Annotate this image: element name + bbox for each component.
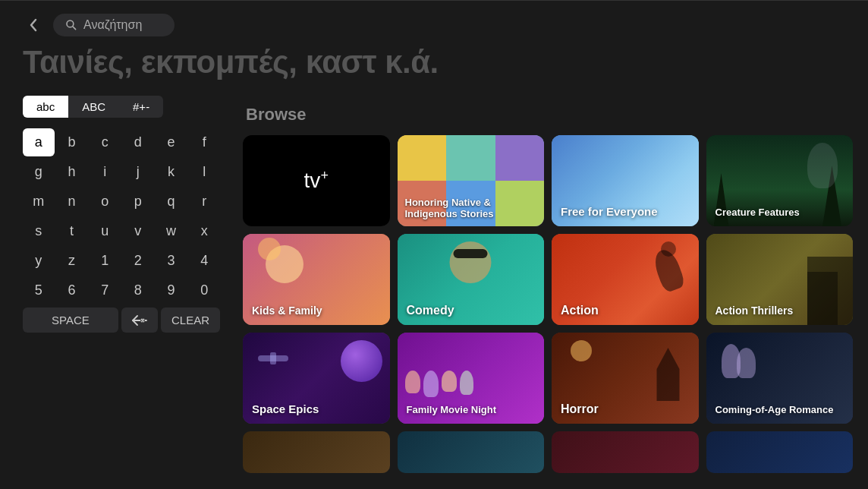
browse-grid-row1: tv+ Honoring Native & Indigenous Stories…: [243, 135, 853, 226]
card-appletv[interactable]: tv+: [243, 135, 390, 226]
key-l[interactable]: l: [188, 158, 220, 186]
key-9[interactable]: 9: [156, 276, 187, 304]
card-space[interactable]: Space Epics: [243, 333, 390, 424]
hb3: [495, 135, 545, 181]
card-row4a[interactable]: [243, 431, 390, 473]
card-free[interactable]: Free for Everyone: [552, 135, 699, 226]
horror-label: Horror: [561, 402, 599, 416]
key-1[interactable]: 1: [89, 247, 121, 275]
key-j[interactable]: j: [122, 158, 154, 186]
card-honoring[interactable]: Honoring Native & Indigenous Stories: [398, 135, 545, 226]
key-x[interactable]: x: [188, 217, 220, 245]
key-row-6: 5 6 7 8 9 0: [23, 276, 220, 304]
card-coming-age[interactable]: Coming-of-Age Romance: [706, 333, 854, 424]
hb2: [446, 135, 495, 181]
key-h[interactable]: h: [56, 158, 88, 186]
hb1: [398, 135, 447, 181]
key-5[interactable]: 5: [23, 276, 55, 304]
key-e[interactable]: e: [156, 128, 187, 156]
key-0[interactable]: 0: [188, 276, 220, 304]
free-label: Free for Everyone: [561, 205, 658, 219]
search-label: Αναζήτηση: [83, 18, 142, 32]
card-row4c[interactable]: [552, 431, 699, 473]
card-horror[interactable]: Horror: [552, 333, 699, 424]
keyboard-tabs: abc ABC #+-: [23, 96, 220, 118]
card-family-night[interactable]: Family Movie Night: [398, 333, 545, 424]
browse-grid-row2: Kids & Family Comedy Action: [243, 234, 853, 325]
key-7[interactable]: 7: [89, 276, 121, 304]
key-row-2: g h i j k l: [23, 158, 220, 186]
key-g[interactable]: g: [23, 158, 55, 186]
action-thrillers-label: Action Thrillers: [715, 304, 794, 317]
key-v[interactable]: v: [122, 217, 154, 245]
key-s[interactable]: s: [23, 217, 55, 245]
honoring-label: Honoring Native & Indigenous Stories: [405, 197, 545, 220]
main-content: abc ABC #+- a b c d e f g h i j k l m n …: [0, 96, 868, 489]
key-c[interactable]: c: [89, 128, 121, 156]
key-4[interactable]: 4: [188, 247, 220, 275]
key-u[interactable]: u: [89, 217, 121, 245]
space-key[interactable]: SPACE: [23, 308, 118, 333]
action-label: Action: [561, 303, 599, 317]
key-row-1: a b c d e f: [23, 128, 220, 156]
creature-label: Creature Features: [715, 207, 800, 219]
key-b[interactable]: b: [56, 128, 88, 156]
key-z[interactable]: z: [56, 247, 88, 275]
key-k[interactable]: k: [156, 158, 187, 186]
key-d[interactable]: d: [122, 128, 154, 156]
svg-line-1: [73, 27, 76, 30]
clear-key[interactable]: CLEAR: [161, 308, 220, 333]
key-row-3: m n o p q r: [23, 188, 220, 216]
page-title: Ταινίες, εκπομπές, καστ κ.ά.: [0, 44, 868, 96]
card-action-thrillers[interactable]: Action Thrillers: [706, 234, 854, 325]
tab-uppercase[interactable]: ABC: [68, 96, 119, 118]
coming-age-label: Coming-of-Age Romance: [715, 404, 834, 416]
browse-title: Browse: [243, 105, 853, 125]
card-kids[interactable]: Kids & Family: [243, 234, 390, 325]
tab-lowercase[interactable]: abc: [23, 96, 68, 118]
key-o[interactable]: o: [89, 188, 121, 216]
key-w[interactable]: w: [156, 217, 187, 245]
key-3[interactable]: 3: [156, 247, 187, 275]
keyboard-bottom-row: SPACE CLEAR: [23, 308, 220, 333]
family-night-label: Family Movie Night: [407, 404, 496, 416]
search-bar[interactable]: Αναζήτηση: [53, 14, 175, 36]
keyboard-panel: abc ABC #+- a b c d e f g h i j k l m n …: [0, 96, 235, 489]
key-row-5: y z 1 2 3 4: [23, 247, 220, 275]
tab-symbols[interactable]: #+-: [119, 96, 163, 118]
back-button[interactable]: [23, 14, 44, 36]
header: Αναζήτηση: [0, 0, 868, 44]
browse-panel: Browse tv+ Honoring Native & Indigenous …: [235, 96, 868, 489]
card-row4b[interactable]: [398, 431, 545, 473]
key-m[interactable]: m: [23, 188, 55, 216]
key-t[interactable]: t: [56, 217, 88, 245]
backspace-key[interactable]: [121, 308, 158, 333]
key-8[interactable]: 8: [122, 276, 154, 304]
card-creature[interactable]: Creature Features: [706, 135, 854, 226]
key-row-4: s t u v w x: [23, 217, 220, 245]
browse-grid-row4: [243, 431, 853, 473]
key-f[interactable]: f: [188, 128, 220, 156]
key-6[interactable]: 6: [56, 276, 88, 304]
comedy-label: Comedy: [407, 303, 454, 317]
card-action[interactable]: Action: [552, 234, 699, 325]
kids-label: Kids & Family: [252, 304, 322, 317]
key-q[interactable]: q: [156, 188, 187, 216]
key-i[interactable]: i: [89, 158, 121, 186]
key-n[interactable]: n: [56, 188, 88, 216]
card-row4d[interactable]: [706, 431, 854, 473]
key-p[interactable]: p: [122, 188, 154, 216]
search-icon: [65, 19, 77, 31]
browse-grid-row3: Space Epics Family Movie Night: [243, 333, 853, 424]
key-a[interactable]: a: [23, 128, 55, 156]
key-y[interactable]: y: [23, 247, 55, 275]
card-comedy[interactable]: Comedy: [398, 234, 545, 325]
key-r[interactable]: r: [188, 188, 220, 216]
key-2[interactable]: 2: [122, 247, 154, 275]
space-label: Space Epics: [252, 402, 319, 416]
